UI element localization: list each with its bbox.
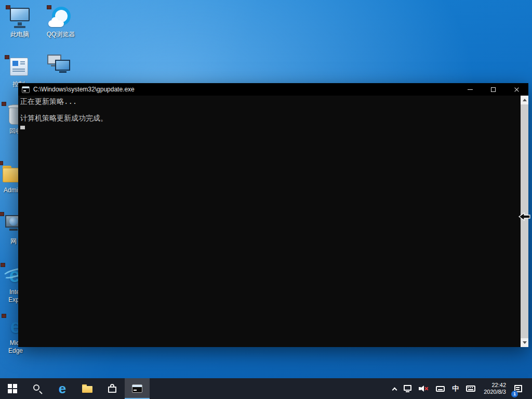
taskbar-edge-button[interactable]: e (50, 378, 75, 399)
tray-ime-language-button[interactable]: 中 (448, 378, 462, 399)
close-button[interactable] (505, 83, 528, 96)
file-explorer-icon (82, 384, 92, 393)
store-icon (108, 384, 116, 393)
minimize-icon (468, 89, 473, 90)
clock-date: 2020/8/3 (484, 389, 506, 395)
console-window: C:\Windows\system32\gpupdate.exe 正在更新策略.… (18, 83, 528, 347)
icon-overlay-badge (1, 263, 5, 267)
console-window-icon (132, 384, 142, 393)
taskbar-store-button[interactable] (100, 378, 125, 399)
taskbar: e 中 22:42 2020/8/3 (0, 378, 532, 399)
mouse-cursor (518, 212, 531, 221)
tray-show-hidden-icons[interactable] (389, 378, 400, 399)
scroll-down-arrow-icon[interactable] (521, 338, 528, 347)
desktop-icon-label: 此电脑 (0, 31, 39, 38)
edge-icon: e (59, 382, 66, 395)
icon-overlay-badge (0, 161, 3, 165)
clock-time: 22:42 (484, 382, 506, 389)
desktop-icon-this-pc[interactable]: 此电脑 (0, 6, 39, 38)
icon-overlay-badge (47, 5, 51, 9)
window-title: C:\Windows\system32\gpupdate.exe (33, 86, 458, 93)
this-pc-icon (7, 6, 32, 30)
taskbar-console-button-active[interactable] (125, 378, 150, 399)
scrollbar-thumb[interactable] (521, 104, 528, 338)
windows-logo-icon (8, 384, 17, 393)
minimize-button[interactable] (458, 83, 482, 96)
taskbar-clock[interactable]: 22:42 2020/8/3 (479, 382, 511, 395)
search-icon (33, 384, 43, 394)
keyboard-icon (436, 386, 445, 392)
close-icon (514, 87, 520, 92)
maximize-icon (491, 87, 496, 92)
tray-touch-keyboard-button[interactable] (462, 378, 479, 399)
qq-browser-icon (48, 6, 73, 30)
icon-overlay-badge (2, 314, 6, 318)
desktop-icon-label: QQ浏览器 (41, 31, 81, 38)
console-cursor (20, 126, 25, 129)
console-line-2: 计算机策略更新成功完成。 (20, 114, 518, 122)
console-output[interactable]: 正在更新策略... 计算机策略更新成功完成。 (18, 96, 528, 347)
scroll-up-arrow-icon[interactable] (521, 96, 528, 104)
network-computers-icon (46, 53, 71, 77)
console-line-1: 正在更新策略... (20, 97, 518, 105)
console-title-bar[interactable]: C:\Windows\system32\gpupdate.exe (18, 83, 528, 96)
tray-network-button[interactable] (400, 378, 415, 399)
console-scrollbar[interactable] (521, 96, 528, 347)
notification-badge: 1 (511, 391, 518, 397)
tray-volume-button[interactable] (415, 378, 432, 399)
console-app-icon (22, 86, 30, 93)
network-tray-icon (404, 385, 411, 391)
desktop-surface[interactable]: 此电脑 QQ浏览器 控制 回收 Admin (0, 0, 532, 399)
start-button[interactable] (0, 378, 25, 399)
tray-ime-keyboard-button[interactable] (432, 378, 448, 399)
taskbar-file-explorer-button[interactable] (75, 378, 100, 399)
desktop-icon-network-neighborhood[interactable] (39, 53, 78, 77)
touch-keyboard-icon (466, 385, 475, 392)
control-panel-icon (6, 56, 31, 80)
desktop-icon-qq-browser[interactable]: QQ浏览器 (41, 6, 81, 38)
chevron-up-icon (392, 387, 397, 392)
console-blank-line (20, 105, 518, 114)
icon-overlay-badge (2, 102, 6, 106)
action-center-button[interactable]: 1 (511, 378, 526, 399)
icon-overlay-badge (0, 212, 4, 216)
maximize-button[interactable] (482, 83, 505, 96)
volume-muted-icon (419, 385, 429, 392)
icon-overlay-badge (6, 5, 10, 9)
search-button[interactable] (25, 378, 50, 399)
icon-overlay-badge (5, 55, 9, 59)
